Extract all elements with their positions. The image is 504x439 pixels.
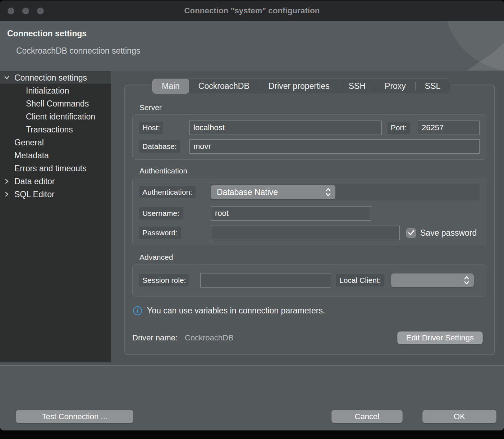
updown-chevron-icon (464, 276, 469, 285)
title-bar: Connection "system" configuration (0, 1, 504, 21)
tree-item-label: General (14, 138, 44, 148)
chevron-down-icon[interactable] (4, 74, 10, 81)
port-input[interactable] (418, 121, 480, 135)
advanced-group-label: Advanced (139, 253, 494, 262)
main-area: Connection settings Initialization Shell… (0, 71, 504, 365)
tree-item-errors-and-timeouts[interactable]: Errors and timeouts (0, 162, 111, 175)
authentication-select-strip: Database Native (211, 184, 480, 200)
database-input[interactable] (189, 139, 480, 154)
driver-row: Driver name: CockroachDB Edit Driver Set… (132, 331, 483, 344)
username-input[interactable] (211, 206, 371, 221)
info-icon: i (133, 306, 142, 315)
settings-tree: Connection settings Initialization Shell… (0, 71, 111, 362)
local-client-select[interactable] (391, 273, 474, 287)
tree-item-label: Shell Commands (26, 99, 89, 109)
authentication-select[interactable]: Database Native (211, 185, 335, 199)
host-input[interactable] (189, 121, 382, 135)
save-password-label: Save password (420, 228, 477, 238)
info-message: You can use variables in connection para… (147, 306, 325, 316)
tree-item-data-editor[interactable]: Data editor (0, 175, 111, 188)
tree-item-label: SQL Editor (14, 190, 55, 199)
tree-item-label: Connection settings (14, 73, 87, 83)
tree-item-shell-commands[interactable]: Shell Commands (0, 97, 111, 110)
tree-item-connection-settings[interactable]: Connection settings (0, 71, 111, 84)
session-role-input[interactable] (200, 273, 331, 288)
tree-item-client-identification[interactable]: Client identification (0, 110, 111, 123)
authentication-selected-value: Database Native (217, 187, 278, 197)
tab-driver-properties[interactable]: Driver properties (259, 79, 339, 94)
chevron-right-icon[interactable] (4, 191, 10, 198)
save-password-checkbox[interactable] (406, 228, 416, 238)
tree-item-metadata[interactable]: Metadata (0, 149, 111, 162)
username-label: Username: (139, 207, 183, 220)
dialog-header: Connection settings CockroachDB connecti… (0, 21, 504, 71)
authentication-group-label: Authentication (139, 167, 494, 175)
tree-item-label: Errors and timeouts (14, 164, 87, 173)
tree-item-general[interactable]: General (0, 136, 111, 149)
cancel-button[interactable]: Cancel (331, 410, 403, 423)
window-title: Connection "system" configuration (0, 6, 504, 15)
authentication-label: Authentication: (139, 186, 196, 198)
tree-item-sql-editor[interactable]: SQL Editor (0, 188, 111, 201)
main-tab-panel: Server Host: Port: Database: Authenticat… (124, 85, 495, 355)
edit-driver-settings-button[interactable]: Edit Driver Settings (397, 331, 483, 344)
local-client-label: Local Client: (336, 274, 384, 286)
connection-dialog-window: Connection "system" configuration Connec… (0, 1, 504, 430)
connection-tabs: Main CockroachDB Driver properties SSH P… (152, 78, 450, 94)
server-group: Host: Port: Database: (132, 114, 486, 160)
divider (130, 322, 489, 323)
host-label: Host: (139, 122, 163, 134)
tree-item-label: Transactions (26, 125, 73, 135)
page-title: Connection settings (7, 29, 87, 39)
chevron-right-icon[interactable] (4, 178, 10, 185)
updown-chevron-icon (325, 187, 331, 197)
driver-name-value: CockroachDB (185, 333, 397, 343)
settings-content: Main CockroachDB Driver properties SSH P… (111, 71, 504, 365)
port-label: Port: (388, 122, 410, 134)
password-label: Password: (139, 227, 181, 239)
tree-item-transactions[interactable]: Transactions (0, 123, 111, 136)
tree-item-label: Metadata (14, 151, 49, 160)
password-input[interactable] (211, 226, 400, 240)
tab-main[interactable]: Main (152, 79, 189, 94)
info-row: i You can use variables in connection pa… (133, 306, 494, 316)
tree-item-initialization[interactable]: Initialization (0, 84, 111, 97)
database-label: Database: (139, 140, 180, 153)
check-icon (408, 230, 414, 236)
header-decoration (407, 21, 504, 71)
authentication-group: Authentication: Database Native (132, 178, 486, 246)
session-role-label: Session role: (139, 274, 189, 286)
tab-cockroachdb[interactable]: CockroachDB (189, 79, 259, 94)
tree-item-label: Initialization (26, 86, 69, 96)
tree-item-label: Client identification (26, 112, 95, 122)
tab-proxy[interactable]: Proxy (375, 79, 415, 94)
tab-ssl[interactable]: SSL (416, 79, 450, 94)
advanced-group: Session role: Local Client: (132, 264, 486, 297)
dialog-footer: Test Connection ... Cancel OK (0, 365, 504, 430)
tree-item-label: Data editor (14, 177, 55, 186)
page-subtitle: CockroachDB connection settings (16, 46, 140, 56)
tab-ssh[interactable]: SSH (339, 79, 375, 94)
server-group-label: Server (139, 103, 494, 112)
driver-name-label: Driver name: (132, 333, 178, 343)
test-connection-button[interactable]: Test Connection ... (16, 410, 133, 423)
ok-button[interactable]: OK (422, 410, 496, 423)
